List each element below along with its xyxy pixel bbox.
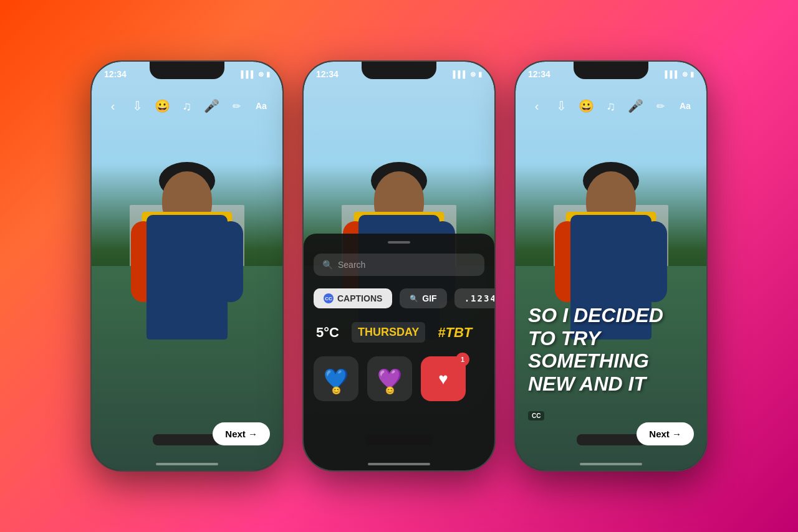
status-icons-1: ▌▌▌ ⊛ ▮ [241, 70, 270, 78]
wifi-icon-2: ⊛ [470, 70, 476, 78]
status-time-3: 12:34 [528, 69, 550, 79]
cc-badge: CC [528, 411, 544, 420]
status-time-1: 12:34 [104, 69, 127, 79]
home-indicator-2 [368, 463, 430, 465]
captions-chip[interactable]: CC CAPTIONS [314, 288, 392, 308]
blue-heart-sticker[interactable]: 💙 😊 [314, 356, 358, 401]
sticker-icon-3[interactable]: 😀 [575, 95, 597, 117]
caption-line1: SO I DECIDED [528, 304, 694, 327]
status-bar-2: 12:34 ▌▌▌ ⊛ ▮ [316, 69, 482, 79]
toolbar-1: ‹ ⇩ 😀 ♫ 🎤 ✏ Aa [102, 90, 272, 122]
phone1-screen: 12:34 ▌▌▌ ⊛ ▮ ‹ ⇩ 😀 ♫ 🎤 ✏ Aa Next → [92, 62, 282, 470]
status-time-2: 12:34 [316, 69, 339, 79]
phone1: 12:34 ▌▌▌ ⊛ ▮ ‹ ⇩ 😀 ♫ 🎤 ✏ Aa Next → [90, 60, 284, 472]
person-skateboard-3 [577, 434, 645, 445]
heart-face: 😊 [332, 386, 341, 395]
battery-icon-2: ▮ [478, 70, 482, 78]
home-indicator-3 [580, 463, 642, 465]
captions-dot: CC [324, 293, 334, 303]
download-icon-1[interactable]: ⇩ [127, 95, 149, 117]
search-bar[interactable]: 🔍 Search [314, 254, 484, 276]
back-icon-1[interactable]: ‹ [102, 95, 124, 117]
caption-line3: SOMETHING [528, 349, 694, 373]
download-icon-3[interactable]: ⇩ [550, 95, 573, 117]
heart-badge: 1 [456, 353, 469, 366]
signal-icon-1: ▌▌▌ [241, 70, 256, 78]
purple-heart-sticker[interactable]: 💜 😊 [367, 356, 412, 401]
thursday-sticker[interactable]: THURSDAY [352, 322, 425, 343]
next-button-3[interactable]: Next → [637, 422, 694, 445]
panel-handle [388, 241, 410, 244]
draw-icon-3[interactable]: ✏ [649, 95, 671, 117]
status-bar-1: 12:34 ▌▌▌ ⊛ ▮ [104, 69, 270, 79]
sticker-items-row: 5°C THURSDAY #TBT [314, 318, 484, 346]
mic-icon-3[interactable]: 🎤 [625, 95, 647, 117]
text-icon-1[interactable]: Aa [250, 95, 272, 117]
person-body [147, 215, 228, 340]
tbt-sticker[interactable]: #TBT [438, 325, 472, 341]
status-icons-2: ▌▌▌ ⊛ ▮ [453, 70, 482, 78]
person-skateboard [153, 434, 221, 445]
signal-icon-3: ▌▌▌ [665, 70, 680, 78]
numbers-label: .1234 [464, 293, 494, 303]
music-icon-3[interactable]: ♫ [600, 95, 622, 117]
wifi-icon-3: ⊛ [682, 70, 688, 78]
caption-line4: NEW AND IT [528, 373, 694, 396]
red-heart-sticker[interactable]: ♥ 1 [421, 356, 466, 401]
music-icon-1[interactable]: ♫ [176, 95, 198, 117]
hearts-row: 💙 😊 💜 😊 ♥ 1 [314, 356, 484, 401]
back-icon-3[interactable]: ‹ [526, 95, 548, 117]
phone3-screen: 12:34 ▌▌▌ ⊛ ▮ ‹ ⇩ 😀 ♫ 🎤 ✏ Aa SO [516, 62, 706, 470]
search-small-icon: 🔍 [410, 295, 418, 303]
signal-icon-2: ▌▌▌ [453, 70, 468, 78]
heart-face-2: 😊 [385, 386, 395, 395]
home-indicator-1 [156, 463, 218, 465]
caption-overlay: SO I DECIDED TO TRY SOMETHING NEW AND IT [528, 304, 694, 396]
phone2-wrapper: 12:34 ▌▌▌ ⊛ ▮ 🔍 Search [302, 60, 496, 472]
wifi-icon-1: ⊛ [258, 70, 264, 78]
sticker-panel: 🔍 Search CC CAPTIONS 🔍 GIF .1234 [304, 234, 494, 470]
caption-line2: TO TRY [528, 327, 694, 350]
phone1-wrapper: 12:34 ▌▌▌ ⊛ ▮ ‹ ⇩ 😀 ♫ 🎤 ✏ Aa Next → [90, 60, 284, 472]
next-button-1[interactable]: Next → [213, 422, 270, 445]
search-icon: 🔍 [322, 260, 333, 270]
status-bar-3: 12:34 ▌▌▌ ⊛ ▮ [528, 69, 694, 79]
phone3-wrapper: 12:34 ▌▌▌ ⊛ ▮ ‹ ⇩ 😀 ♫ 🎤 ✏ Aa SO [514, 60, 708, 472]
mic-icon-1[interactable]: 🎤 [201, 95, 223, 117]
text-icon-3[interactable]: Aa [674, 95, 696, 117]
toolbar-3: ‹ ⇩ 😀 ♫ 🎤 ✏ Aa [526, 90, 696, 122]
phone2-screen: 12:34 ▌▌▌ ⊛ ▮ 🔍 Search [304, 62, 494, 470]
battery-icon-3: ▮ [690, 70, 694, 78]
draw-icon-1[interactable]: ✏ [225, 95, 248, 117]
phone2: 12:34 ▌▌▌ ⊛ ▮ 🔍 Search [302, 60, 496, 472]
gif-chip[interactable]: 🔍 GIF [400, 288, 446, 308]
caption-text: SO I DECIDED TO TRY SOMETHING NEW AND IT [528, 304, 694, 396]
sticker-icon-1[interactable]: 😀 [151, 95, 173, 117]
battery-icon-1: ▮ [266, 70, 270, 78]
sticker-chips-row: CC CAPTIONS 🔍 GIF .1234 [314, 288, 484, 308]
status-icons-3: ▌▌▌ ⊛ ▮ [665, 70, 694, 78]
search-placeholder: Search [338, 260, 365, 270]
numbers-chip[interactable]: .1234 [454, 288, 494, 308]
weather-sticker[interactable]: 5°C [316, 325, 339, 341]
phone3: 12:34 ▌▌▌ ⊛ ▮ ‹ ⇩ 😀 ♫ 🎤 ✏ Aa SO [514, 60, 708, 472]
captions-label: CAPTIONS [337, 293, 382, 303]
red-heart-icon: ♥ [438, 369, 448, 389]
gif-label: GIF [422, 293, 436, 303]
